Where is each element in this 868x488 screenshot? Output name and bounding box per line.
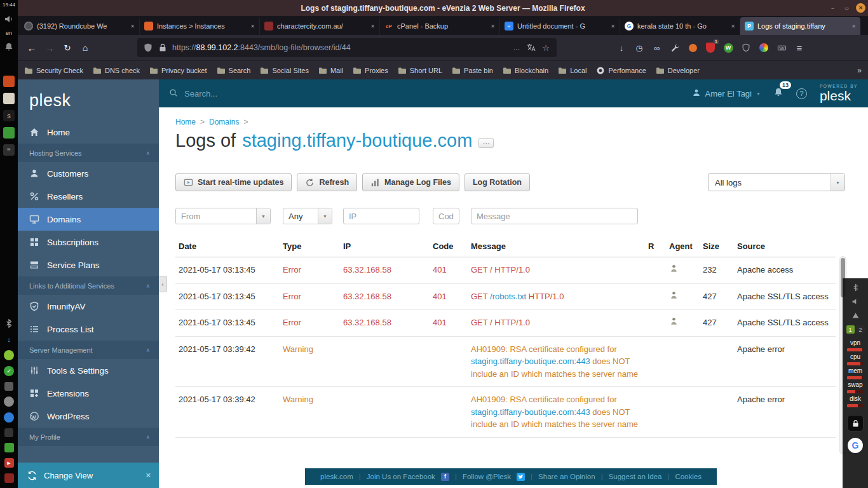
tracking-protection-shield-icon[interactable] bbox=[143, 43, 153, 53]
tab-close-icon[interactable] bbox=[250, 24, 255, 29]
search-input[interactable]: Search... bbox=[169, 88, 360, 99]
dock-tray-icon[interactable] bbox=[4, 382, 13, 391]
keyboard-layout-indicator[interactable]: en bbox=[6, 30, 12, 36]
lock-icon[interactable] bbox=[158, 43, 168, 53]
shield-extension-icon[interactable] bbox=[737, 39, 755, 57]
downloads-button[interactable] bbox=[613, 39, 630, 57]
browser-tab[interactable]: (3192) Roundcube We bbox=[20, 17, 140, 35]
maximize-button[interactable] bbox=[842, 3, 851, 13]
bookmark-item-developer[interactable]: Developer bbox=[656, 67, 700, 74]
browser-tab[interactable]: Untitled document - G bbox=[500, 17, 620, 35]
ublock-origin-icon[interactable]: 1 bbox=[702, 39, 719, 57]
footer-link-cookies[interactable]: Cookies bbox=[675, 473, 702, 480]
footer-link-plesk-com[interactable]: plesk.com bbox=[320, 473, 353, 480]
volume-icon[interactable] bbox=[4, 14, 14, 24]
date-filter-input[interactable] bbox=[176, 208, 256, 224]
footer-link-share-an-opinion[interactable]: Share an Opinion bbox=[538, 473, 595, 480]
tab-close-icon[interactable] bbox=[611, 24, 615, 29]
bookmark-item-blockchain[interactable]: Blockchain bbox=[503, 67, 548, 74]
breadcrumb-domains[interactable]: Domains bbox=[209, 118, 239, 126]
twitter-icon[interactable] bbox=[517, 473, 525, 481]
workspace-2[interactable]: 2 bbox=[857, 325, 865, 334]
log-rotation-button[interactable]: Log Rotation bbox=[465, 173, 530, 191]
code-filter-input[interactable] bbox=[433, 208, 459, 224]
sidebar-item-wordpress[interactable]: WordPress bbox=[18, 405, 159, 428]
close-icon[interactable] bbox=[146, 471, 151, 480]
dock-tray-icon[interactable] bbox=[4, 428, 13, 437]
bookmark-item-mail[interactable]: Mail bbox=[318, 67, 343, 74]
start-real-time-updates-button[interactable]: Start real-time updates bbox=[175, 173, 292, 191]
webroot-extension-icon[interactable] bbox=[719, 39, 737, 57]
bluetooth-icon[interactable] bbox=[4, 318, 14, 329]
sidebar-item-customers[interactable]: Customers bbox=[18, 162, 159, 185]
bookmark-item-privacy-bucket[interactable]: Privacy bucket bbox=[149, 67, 207, 74]
user-menu[interactable]: Amer El Tagi bbox=[692, 88, 761, 99]
dock-tray-icon[interactable] bbox=[4, 443, 14, 452]
bookmark-item-social-sites[interactable]: Social Sites bbox=[260, 67, 308, 74]
chevron-down-icon[interactable] bbox=[831, 174, 844, 191]
bookmark-item-security-check[interactable]: Security Check bbox=[24, 67, 83, 74]
bookmark-item-short-url[interactable]: Short URL bbox=[398, 67, 442, 74]
bookmark-item-proxies[interactable]: Proxies bbox=[353, 67, 388, 74]
chevron-down-icon[interactable] bbox=[318, 208, 332, 224]
dock-tray-icon[interactable] bbox=[4, 473, 14, 483]
menu-icon[interactable] bbox=[790, 39, 808, 57]
bookmark-item-local[interactable]: Local bbox=[558, 67, 587, 74]
date-picker-dropdown-icon[interactable] bbox=[256, 208, 270, 224]
browser-tab[interactable]: Instances > Instances bbox=[140, 17, 260, 35]
date-filter[interactable] bbox=[175, 208, 271, 224]
change-view-button[interactable]: Change View bbox=[18, 463, 159, 488]
bookmark-item-dns-check[interactable]: DNS check bbox=[93, 67, 140, 74]
dock-tray-icon[interactable] bbox=[4, 366, 14, 376]
sidebar-item-tools-settings[interactable]: Tools & Settings bbox=[18, 359, 159, 382]
google-launcher-button[interactable] bbox=[848, 438, 863, 453]
translate-icon[interactable] bbox=[526, 43, 536, 53]
browser-tab[interactable]: cPanel - Backup bbox=[380, 17, 500, 35]
color-wheel-extension-icon[interactable] bbox=[755, 39, 773, 57]
sidebar-section-my-profile[interactable]: My Profile bbox=[18, 428, 159, 446]
footer-link-join-us-on-facebook[interactable]: Join Us on Facebook bbox=[367, 473, 435, 480]
footer-link-suggest-an-idea[interactable]: Suggest an Idea bbox=[609, 473, 662, 480]
dock-tray-icon[interactable] bbox=[4, 412, 14, 423]
log-message-link[interactable]: staging.tiffany-boutique.com:443 bbox=[471, 356, 590, 366]
url-bar[interactable]: https://88.99.102.2:8443/smb/log-file/br… bbox=[137, 38, 557, 57]
download-icon[interactable]: ↓ bbox=[4, 334, 14, 344]
sidebar-item-extensions[interactable]: Extensions bbox=[18, 382, 159, 405]
sidebar-collapse-handle[interactable]: ‹ bbox=[159, 276, 167, 292]
refresh-button[interactable]: Refresh bbox=[297, 173, 357, 191]
tab-close-icon[interactable] bbox=[731, 24, 735, 29]
sidebar-item-imunifyav[interactable]: ImunifyAV bbox=[18, 295, 159, 318]
dock-app-icon[interactable] bbox=[3, 110, 15, 121]
reload-button[interactable] bbox=[58, 39, 76, 57]
bookmark-item-paste-bin[interactable]: Paste bin bbox=[452, 67, 493, 74]
tab-close-icon[interactable] bbox=[130, 24, 135, 29]
dock-app-icon[interactable] bbox=[3, 76, 15, 87]
facebook-icon[interactable] bbox=[441, 473, 449, 481]
home-button[interactable] bbox=[76, 39, 94, 57]
dock-tray-icon[interactable] bbox=[4, 350, 14, 360]
page-actions-icon[interactable] bbox=[512, 43, 522, 53]
ip-filter-input[interactable] bbox=[343, 208, 419, 224]
page-tools-icon[interactable] bbox=[666, 39, 684, 57]
sidebar-item-service-plans[interactable]: Service Plans bbox=[18, 254, 159, 276]
dock-app-icon[interactable] bbox=[3, 93, 15, 104]
bookmark-item-perfomance[interactable]: Perfomance bbox=[596, 67, 646, 74]
title-actions-button[interactable] bbox=[478, 138, 494, 148]
minimize-button[interactable] bbox=[828, 3, 837, 13]
sidebar-section-server-management[interactable]: Server Management bbox=[18, 341, 159, 359]
breadcrumb-home[interactable]: Home bbox=[175, 118, 196, 126]
sidebar-item-subscriptions[interactable]: Subscriptions bbox=[18, 231, 159, 254]
browser-tab[interactable]: kerala state 10 th - Go bbox=[620, 17, 740, 35]
tab-close-icon[interactable] bbox=[370, 24, 375, 29]
type-filter-select[interactable]: Any bbox=[283, 208, 332, 224]
close-button[interactable] bbox=[856, 3, 865, 13]
keyboard-extension-icon[interactable] bbox=[773, 39, 790, 57]
forward-button[interactable] bbox=[41, 39, 58, 57]
terminal-icon[interactable] bbox=[3, 144, 15, 156]
dock-app-icon[interactable] bbox=[3, 127, 15, 139]
sidebar-item-process-list[interactable]: Process List bbox=[18, 318, 159, 341]
workspace-1[interactable]: 1 bbox=[846, 325, 855, 334]
network-icon[interactable] bbox=[850, 310, 860, 320]
browser-tab[interactable]: charactercity.com.au/ bbox=[260, 17, 380, 35]
extension-icon[interactable] bbox=[684, 39, 702, 57]
